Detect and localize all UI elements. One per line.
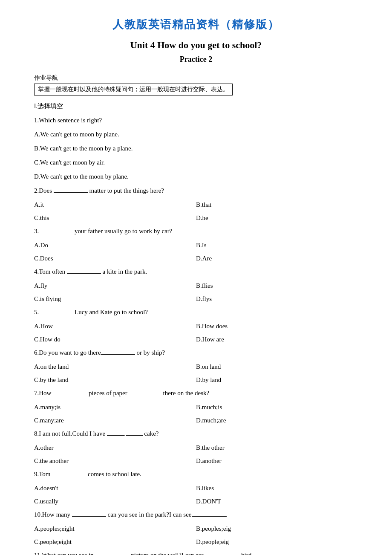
question-1: 1.Which sentence is right? [34, 115, 358, 126]
question-11: 11.What can you see in picture on the wa… [34, 549, 358, 555]
question-10: 10.How many can you see in the park?I ca… [34, 509, 358, 520]
option-3b: B.Is [196, 240, 358, 251]
question-4: 4.Tom often a kite in the park. [34, 266, 358, 278]
option-10b: B.peoples;eig [196, 523, 358, 535]
option-7d: D.much;are [196, 415, 358, 426]
option-4b: B.flies [196, 280, 358, 292]
option-4d: D.flys [196, 293, 358, 305]
option-6a: A.on the land [34, 361, 196, 373]
option-2a: A.it [34, 199, 196, 211]
option-1b: B.We can't get to the moon by a plane. [34, 143, 358, 154]
option-1a: A.We can't get to moon by plane. [34, 129, 358, 140]
question-2: 2.Does matter to put the things here? [34, 185, 358, 197]
option-4c: C.is flying [34, 293, 196, 305]
option-7b: B.much;is [196, 402, 358, 413]
option-2d: D.he [196, 212, 358, 224]
option-1c: C.We can't get moon by air. [34, 157, 358, 168]
option-3a: A.Do [34, 240, 196, 251]
option-6c: C.by the land [34, 374, 196, 386]
option-9c: C.usually [34, 496, 196, 507]
option-3c: C.Does [34, 253, 196, 264]
option-6b: B.on land [196, 361, 358, 373]
question-5: 5. Lucy and Kate go to school? [34, 306, 358, 318]
option-10c: C.people;eight [34, 536, 196, 548]
option-4a: A.fly [34, 280, 196, 292]
option-9d: D.DON'T [196, 496, 358, 507]
option-5a: A.How [34, 321, 196, 332]
question-3: 3. your father usually go to work by car… [34, 225, 358, 237]
section1-title: Ⅰ.选择填空 [34, 102, 358, 110]
option-1d: D.We can't get to the moon by plane. [34, 171, 358, 182]
option-2b: B.that [196, 199, 358, 211]
option-5d: D.How are [196, 334, 358, 345]
option-3d: D.Are [196, 253, 358, 264]
chinese-header: 人教版英语精品资料（精修版） [34, 17, 358, 32]
english-header: Unit 4 How do you get to school? [34, 40, 358, 51]
option-7c: C.many;are [34, 415, 196, 426]
option-9a: A.doesn't [34, 483, 196, 494]
option-2c: C.this [34, 212, 196, 224]
practice-title: Practice 2 [34, 55, 358, 64]
option-5b: B.How does [196, 321, 358, 332]
option-10d: D.people;eig [196, 536, 358, 548]
question-7: 7.How pieces of paper there on the desk? [34, 387, 358, 399]
guidance-box: 掌握一般现在时以及他的特殊疑问句；运用一般现在时进行交际、表达。 [34, 84, 233, 95]
option-6d: D.by land [196, 374, 358, 386]
question-8: 8.I am not full.Could I have . cake? [34, 428, 358, 439]
option-8b: B.the other [196, 442, 358, 454]
option-8a: A.other [34, 442, 196, 454]
guidance-label: 作业导航 [34, 74, 358, 82]
option-9b: B.likes [196, 483, 358, 494]
question-9: 9.Tom comes to school late. [34, 468, 358, 480]
option-8d: D.another [196, 455, 358, 467]
option-7a: A.many;is [34, 402, 196, 413]
option-8c: C.the another [34, 455, 196, 467]
question-6: 6.Do you want to go there or by ship? [34, 347, 358, 358]
option-10a: A.peoples;eight [34, 523, 196, 535]
option-5c: C.How do [34, 334, 196, 345]
